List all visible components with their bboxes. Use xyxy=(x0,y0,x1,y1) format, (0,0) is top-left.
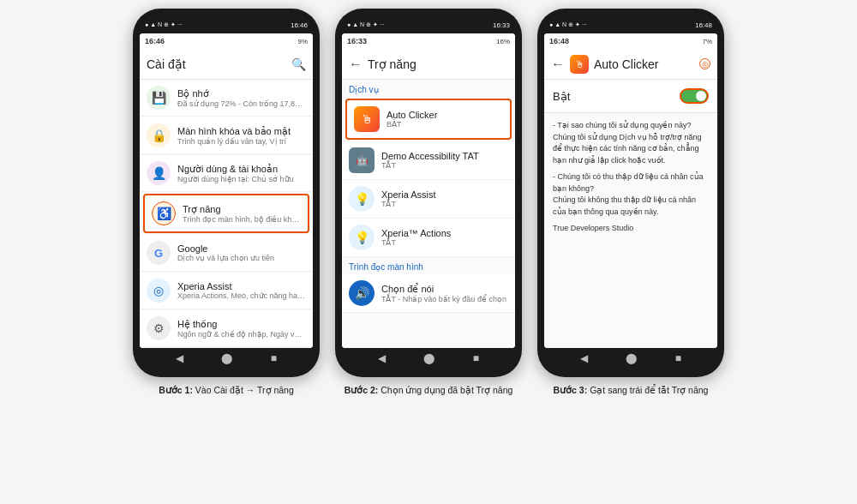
detail-p3: True Developers Studio xyxy=(553,223,709,235)
nav-square3[interactable]: ■ xyxy=(675,352,681,364)
nav-home2[interactable]: ⬤ xyxy=(423,352,434,364)
setting-tronang[interactable]: ♿ Trợ năng Trình đọc màn hình, bộ điều k… xyxy=(143,194,309,233)
status-left2: ● ▲ N ⊕ ✦ ··· xyxy=(347,21,385,28)
search-icon[interactable]: 🔍 xyxy=(291,57,306,71)
target-icon: ◎ xyxy=(699,58,710,69)
time2: 16:33 xyxy=(493,21,510,29)
nav-back2[interactable]: ◀ xyxy=(378,352,386,364)
phone1: ● ▲ N ⊕ ✦ ··· 16:46 16:46 9% Cài đặt 🔍 xyxy=(133,9,320,377)
xperiaactions-icon: 💡 xyxy=(349,225,375,250)
phone3: ● ▲ N ⊕ ✦ ··· 16:48 16:48 7% ← 🖱 Auto xyxy=(537,9,724,377)
phone1-nav: ◀ ⬤ ■ xyxy=(140,348,313,369)
phone2-topbar: ● ▲ N ⊕ ✦ ··· 16:33 xyxy=(342,17,515,33)
caption3: Bước 3: Gạt sang trái để tắt Trợ năng xyxy=(537,384,724,397)
caption2-step: Bước 2: xyxy=(345,385,379,395)
acc-autoclicker[interactable]: 🖱 Auto Clicker BẬT xyxy=(345,99,512,140)
nav-back3[interactable]: ◀ xyxy=(580,352,588,364)
acc-xperiaassist[interactable]: 💡 Xperia Assist TẮT xyxy=(342,180,515,219)
xperiaassist-icon2: 💡 xyxy=(349,186,375,212)
battery-icon1: 9% xyxy=(297,38,308,45)
setting-xperiaassist[interactable]: ◎ Xperia Assist Xperia Actions, Meo, chứ… xyxy=(140,273,313,309)
autoclicker-icon: 🖱 xyxy=(354,106,380,132)
xperiaassist-text: Xperia Assist Xperia Actions, Meo, chức … xyxy=(177,281,306,300)
phone1-wrapper: ● ▲ N ⊕ ✦ ··· 16:46 16:46 9% Cài đặt 🔍 xyxy=(133,9,320,377)
phones-row: ● ▲ N ⊕ ✦ ··· 16:46 16:46 9% Cài đặt 🔍 xyxy=(133,9,724,377)
setting-hethong[interactable]: ⚙ Hệ thống Ngôn ngữ & chế độ nhập, Ngày … xyxy=(140,310,313,347)
xperiaassist-text2: Xperia Assist TẮT xyxy=(381,189,508,208)
back-arrow2[interactable]: ← xyxy=(349,57,363,72)
caption2: Bước 2: Chọn ứng dụng đã bật Trợ năng xyxy=(335,384,522,397)
manhinhkhoa-subtitle: Trình quản lý dấu vân tay, Vị trí xyxy=(177,137,306,146)
acc-demo[interactable]: 🤖 Demo Accessibility TAT TẮT xyxy=(342,141,515,180)
setting-bonho[interactable]: 💾 Bộ nhớ Đã sử dụng 72% - Còn trống 17,8… xyxy=(140,80,313,117)
google-text: Google Dịch vụ và lựa chọn ưu tiên xyxy=(177,243,306,262)
caption3-step: Bước 3: xyxy=(554,385,588,395)
appbar3: ← 🖱 Auto Clicker ◎ xyxy=(544,49,717,80)
demo-text: Demo Accessibility TAT TẮT xyxy=(381,151,508,170)
xperiaactions-subtitle: TẮT xyxy=(381,238,508,247)
setting-manhinhkhoa[interactable]: 🔒 Màn hình khóa và bảo mật Trình quản lý… xyxy=(140,117,313,154)
toggle-row: Bật xyxy=(544,80,717,113)
statusbar-icons3: 7% xyxy=(702,38,712,45)
appbar2-title: Trợ năng xyxy=(368,57,508,71)
demo-subtitle: TẮT xyxy=(381,161,508,170)
xperiaassist-icon: ◎ xyxy=(147,279,171,303)
acc-xperiaactions[interactable]: 💡 Xperia™ Actions TẮT xyxy=(342,219,515,257)
status-right: 16:46 xyxy=(291,21,308,29)
nguoidung-title: Người dùng & tài khoản xyxy=(177,164,306,175)
chon-subtitle: TẮT - Nhấp vào bất kỳ đâu để chọn xyxy=(381,295,508,303)
hethong-subtitle: Ngôn ngữ & chế độ nhập, Ngày và giờ, Sao… xyxy=(177,330,306,339)
toggle-label: Bật xyxy=(553,90,570,103)
caption1: Bước 1: Vào Cài đặt → Trợ năng xyxy=(133,384,320,397)
nav-home1[interactable]: ⬤ xyxy=(221,352,232,364)
nav-square1[interactable]: ■ xyxy=(271,352,277,364)
detail-p2: - Chúng tôi có thu thập dữ liệu cá nhân … xyxy=(553,171,709,218)
section-dichvu: Dịch vụ xyxy=(342,80,515,97)
status-icons-left2: ● ▲ N ⊕ ✦ ··· xyxy=(347,21,385,28)
caption1-text: Vào Cài đặt → Trợ năng xyxy=(193,385,294,395)
nguoidung-icon: 👤 xyxy=(147,161,171,185)
settings-list: 💾 Bộ nhớ Đã sử dụng 72% - Còn trống 17,8… xyxy=(140,80,313,348)
phone3-screen: 16:48 7% ← 🖱 Auto Clicker ◎ Bật xyxy=(544,33,717,348)
acc-chon[interactable]: 🔊 Chọn để nói TẮT - Nhấp vào bất kỳ đâu … xyxy=(342,274,515,313)
bonho-text: Bộ nhớ Đã sử dụng 72% - Còn trống 17,88 … xyxy=(177,88,306,108)
toggle-switch[interactable] xyxy=(680,88,709,104)
manhinhkhoa-title: Màn hình khóa và bảo mật xyxy=(177,126,306,137)
google-subtitle: Dịch vụ và lựa chọn ưu tiên xyxy=(177,254,306,262)
appbar2: ← Trợ năng xyxy=(342,49,515,80)
tronang-icon: ♿ xyxy=(152,201,176,225)
nav-square2[interactable]: ■ xyxy=(473,352,479,364)
status-right2: 16:33 xyxy=(493,21,510,29)
detail-screen: Bật - Tại sao chúng tôi sử dụng quyền nà… xyxy=(544,80,717,348)
statusbar-time3: 16:48 xyxy=(549,37,569,45)
nav-home3[interactable]: ⬤ xyxy=(626,352,637,364)
caption1-step: Bước 1: xyxy=(159,385,193,395)
tronang-text: Trợ năng Trình đọc màn hình, bộ điều khi… xyxy=(183,204,301,224)
battery-icon3: 7% xyxy=(702,38,712,45)
statusbar-time1: 16:46 xyxy=(145,37,165,45)
setting-google[interactable]: G Google Dịch vụ và lựa chọn ưu tiên xyxy=(140,235,313,272)
chon-icon: 🔊 xyxy=(349,280,375,306)
statusbar-icons2: 16% xyxy=(496,38,510,45)
xperiaassist-subtitle2: TẮT xyxy=(381,200,508,208)
appbar3-title: Auto Clicker xyxy=(594,57,698,71)
xperiaactions-text: Xperia™ Actions TẮT xyxy=(381,228,508,247)
statusbar-icons1: 9% xyxy=(297,38,308,45)
google-title: Google xyxy=(177,243,306,254)
nav-back1[interactable]: ◀ xyxy=(176,352,183,364)
captions-row: Bước 1: Vào Cài đặt → Trợ năng Bước 2: C… xyxy=(17,384,840,397)
screen-statusbar3: 16:48 7% xyxy=(544,33,717,49)
status-icons-left: ● ▲ N ⊕ ✦ ··· xyxy=(145,21,183,28)
detail-p1: - Tại sao chúng tôi sử dụng quyền này?Ch… xyxy=(553,120,709,166)
caption2-text: Chọn ứng dụng đã bật Trợ năng xyxy=(378,385,512,395)
hethong-title: Hệ thống xyxy=(177,319,306,330)
autoclicker-subtitle: BẬT xyxy=(387,120,503,129)
setting-nguoidung[interactable]: 👤 Người dùng & tài khoản Người dùng hiện… xyxy=(140,155,313,192)
back-arrow3[interactable]: ← xyxy=(551,57,565,72)
phone3-wrapper: ● ▲ N ⊕ ✦ ··· 16:48 16:48 7% ← 🖱 Auto xyxy=(537,9,724,377)
demo-title: Demo Accessibility TAT xyxy=(381,151,508,161)
bonho-subtitle: Đã sử dụng 72% - Còn trống 17,88 GB xyxy=(177,99,306,108)
screen-statusbar1: 16:46 9% xyxy=(140,33,313,49)
phone3-nav: ◀ ⬤ ■ xyxy=(544,348,717,369)
time1: 16:46 xyxy=(291,21,308,29)
